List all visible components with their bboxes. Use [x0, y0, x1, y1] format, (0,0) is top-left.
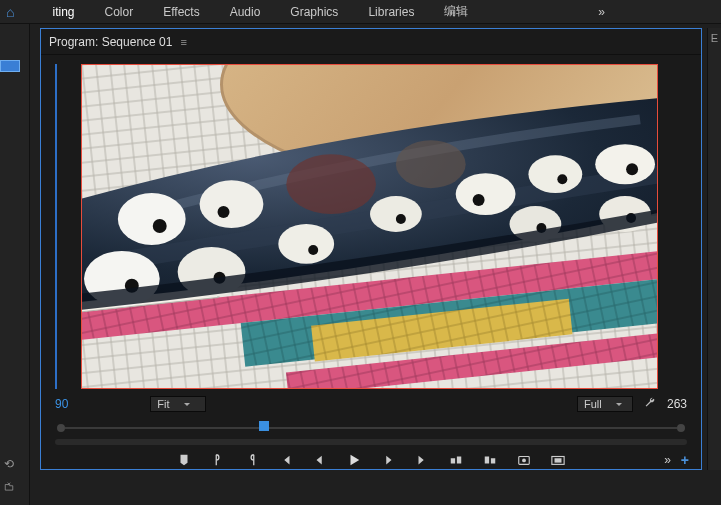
transport-controls: » + — [41, 449, 701, 471]
preview-controls-row: 90 Fit Full 263 — [55, 393, 687, 415]
panel-title: Program: Sequence 01 — [49, 35, 172, 49]
video-preview[interactable] — [81, 64, 658, 389]
scrub-bar[interactable] — [55, 419, 687, 437]
svg-point-35 — [557, 174, 567, 184]
step-back-button[interactable] — [312, 453, 328, 468]
svg-rect-43 — [457, 457, 461, 464]
scrub-end-handle[interactable] — [677, 424, 685, 432]
svg-point-23 — [218, 206, 230, 218]
playhead-icon[interactable] — [259, 421, 269, 431]
svg-rect-42 — [451, 459, 455, 464]
tab-audio[interactable]: Audio — [230, 5, 261, 19]
tab-effects[interactable]: Effects — [163, 5, 199, 19]
workspace-tabs: ⌂ iting Color Effects Audio Graphics Lib… — [0, 0, 721, 24]
new-bin-icon[interactable] — [4, 481, 14, 495]
mark-out-button[interactable] — [244, 453, 260, 468]
svg-point-18 — [286, 154, 376, 214]
extract-button[interactable] — [482, 453, 498, 468]
right-panel-edge[interactable]: E — [707, 28, 721, 470]
right-panel-label: E — [711, 32, 718, 44]
program-monitor-panel: Program: Sequence 01 ≡ — [40, 28, 702, 470]
svg-point-20 — [118, 193, 186, 245]
lift-button[interactable] — [448, 453, 464, 468]
tab-graphics[interactable]: Graphics — [290, 5, 338, 19]
tab-edit-cn[interactable]: 编辑 — [444, 3, 468, 20]
svg-point-36 — [595, 144, 655, 184]
export-frame-button[interactable] — [516, 453, 532, 468]
panel-header: Program: Sequence 01 ≡ — [41, 29, 701, 55]
transport-overflow-icon[interactable]: » — [664, 453, 671, 467]
clip-thumbnail[interactable] — [0, 60, 20, 72]
add-marker-button[interactable] — [176, 453, 192, 468]
svg-rect-49 — [555, 459, 562, 463]
svg-rect-45 — [491, 459, 495, 464]
svg-point-19 — [396, 140, 466, 188]
svg-point-32 — [456, 173, 516, 215]
left-panel-strip: ⟲ — [0, 24, 30, 505]
duration-display[interactable]: 263 — [667, 397, 687, 411]
go-to-in-button[interactable] — [278, 453, 294, 468]
tab-libraries[interactable]: Libraries — [368, 5, 414, 19]
tabs-overflow-icon[interactable]: » — [598, 5, 605, 19]
svg-rect-44 — [485, 457, 489, 464]
svg-point-29 — [308, 245, 318, 255]
svg-point-33 — [473, 194, 485, 206]
go-to-out-button[interactable] — [414, 453, 430, 468]
zoom-value: Fit — [157, 398, 169, 410]
settings-wrench-icon[interactable] — [643, 396, 657, 413]
preview-left-rail — [55, 64, 57, 389]
current-timecode[interactable]: 90 — [55, 397, 68, 411]
button-editor-plus-icon[interactable]: + — [681, 452, 689, 468]
svg-point-21 — [153, 219, 167, 233]
svg-point-31 — [396, 214, 406, 224]
home-icon[interactable]: ⌂ — [6, 4, 14, 20]
mark-in-button[interactable] — [210, 453, 226, 468]
zoom-select[interactable]: Fit — [150, 396, 206, 412]
panel-menu-icon[interactable]: ≡ — [180, 36, 186, 48]
svg-point-37 — [626, 163, 638, 175]
link-icon[interactable]: ⟲ — [4, 457, 14, 471]
svg-point-28 — [278, 224, 334, 264]
comparison-view-button[interactable] — [550, 453, 566, 468]
preview-image — [82, 65, 657, 388]
svg-point-47 — [522, 459, 526, 463]
resolution-value: Full — [584, 398, 602, 410]
scrub-start-handle[interactable] — [57, 424, 65, 432]
scrub-track — [65, 427, 677, 429]
tab-editing[interactable]: iting — [52, 5, 74, 19]
resolution-select[interactable]: Full — [577, 396, 633, 412]
zoom-scrollbar[interactable] — [55, 439, 687, 445]
tab-color[interactable]: Color — [104, 5, 133, 19]
step-forward-button[interactable] — [380, 453, 396, 468]
play-button[interactable] — [346, 453, 362, 468]
svg-point-30 — [370, 196, 422, 232]
svg-point-22 — [200, 180, 264, 228]
svg-point-34 — [528, 155, 582, 193]
